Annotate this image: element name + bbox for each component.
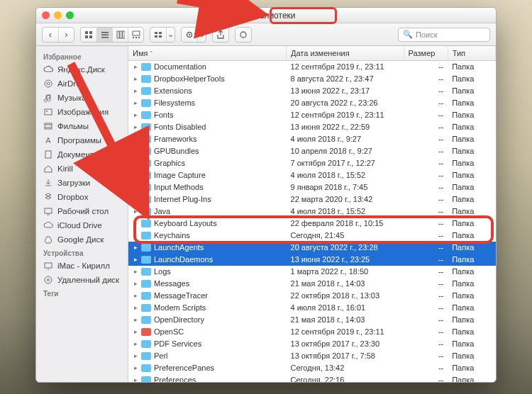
svg-line-32 xyxy=(177,0,262,14)
svg-line-33 xyxy=(71,64,145,213)
annotation-arrows xyxy=(0,0,532,394)
